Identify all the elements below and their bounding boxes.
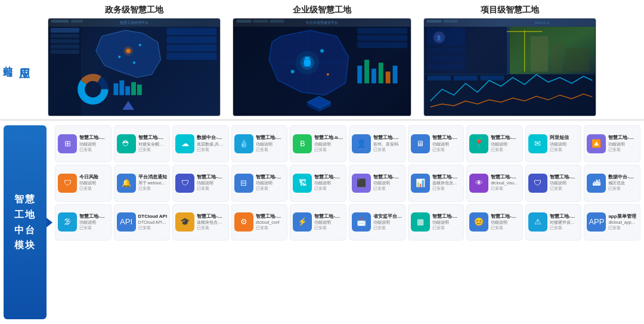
module-desc-m29: 对接硬件设备进行预警 bbox=[550, 220, 579, 225]
module-name-m8: 智慧工地-自查自纠 bbox=[491, 135, 520, 141]
module-name-m10: 智慧工地-升降机 bbox=[608, 135, 637, 141]
module-name-m9: 阿里短信 bbox=[550, 135, 579, 141]
svg-point-16 bbox=[133, 61, 135, 64]
module-name-m7: 智慧工地-视频分析 bbox=[432, 135, 462, 141]
svg-rect-53 bbox=[379, 63, 383, 84]
module-card-m26[interactable]: 📩省安监平台数据转发功能说明已安装 bbox=[349, 204, 405, 241]
module-card-m19[interactable]: 🛡智慧工地-劳科平台功能说明已安装 bbox=[525, 165, 582, 202]
label-line1: 应用 bbox=[17, 58, 32, 61]
module-card-m8[interactable]: 📍智慧工地-自查自纠功能说明已安装 bbox=[466, 125, 523, 162]
module-status-m27: 已安装 bbox=[432, 225, 462, 231]
module-name-m15: 智慧工地-塔机 bbox=[314, 174, 343, 180]
gov-title: 政务级智慧工地 bbox=[105, 5, 163, 16]
module-info-m20: 数据中台-城市城区信息城区信息已安装 bbox=[608, 174, 637, 192]
module-card-m4[interactable]: 💧智慧工地-水表功能说明已安装 bbox=[231, 125, 288, 162]
module-info-m18: 智慧工地-数据可视化dtcloud_visualization已安装 bbox=[491, 174, 520, 192]
gov-screenshot: 智慧工地管理平台 bbox=[48, 18, 221, 116]
module-card-m21[interactable]: 🌫智慧工地-扬尘功能说明已安装 bbox=[55, 204, 112, 241]
module-icon-m4: 💧 bbox=[234, 134, 253, 153]
module-desc-m11: 功能说明 bbox=[79, 180, 109, 186]
module-card-m10[interactable]: 🔼智慧工地-升降机功能说明已安装 bbox=[584, 125, 640, 162]
module-status-m30: 已安装 bbox=[608, 225, 637, 231]
module-card-m9[interactable]: ✉阿里短信功能说明已安装 bbox=[525, 125, 582, 162]
svg-rect-47 bbox=[357, 28, 407, 34]
svg-rect-9 bbox=[51, 50, 79, 54]
module-card-m5[interactable]: B智慧工地-bimface功能说明已安装 bbox=[290, 125, 346, 162]
module-info-m14: 智慧工地-临边防护功能说明已安装 bbox=[256, 174, 285, 192]
module-card-m16[interactable]: ⬛智慧工地-深坑功能说明已安装 bbox=[349, 165, 405, 202]
module-card-m12[interactable]: 🔔平台消息通知用于 websockets已安装 bbox=[114, 165, 171, 202]
module-card-m25[interactable]: ⚡智慧工地-电表功能说明已安装 bbox=[290, 204, 346, 241]
module-card-m6[interactable]: 👤智慧工地-苏安码苏州、苏安码已安装 bbox=[349, 125, 405, 162]
module-name-m1: 智慧工地-设备维保 bbox=[79, 135, 109, 141]
module-desc-m24: dtcloud_conf bbox=[256, 220, 285, 225]
module-info-m17: 智慧工地-项目管理选模块包含：人员实管、报警等已安装 bbox=[432, 174, 462, 192]
module-name-m25: 智慧工地-电表 bbox=[314, 214, 343, 220]
module-status-m11: 已安装 bbox=[79, 186, 109, 192]
module-info-m15: 智慧工地-塔机功能说明已安装 bbox=[314, 174, 343, 192]
svg-rect-17 bbox=[166, 28, 216, 35]
module-status-m9: 已安装 bbox=[550, 147, 579, 153]
module-card-m3[interactable]: ☁数据中台-天气底层数据,共用权限已安装 bbox=[172, 125, 229, 162]
module-card-m18[interactable]: 👁智慧工地-数据可视化dtcloud_visualization已安装 bbox=[466, 165, 523, 202]
module-status-m4: 已安装 bbox=[256, 147, 285, 153]
svg-rect-19 bbox=[166, 44, 216, 51]
module-card-m15[interactable]: 🏗智慧工地-塔机功能说明已安装 bbox=[290, 165, 346, 202]
module-desc-m15: 功能说明 bbox=[314, 180, 343, 186]
project-screenshot: 2023-11-11 bbox=[423, 18, 596, 116]
module-card-m24[interactable]: ⚙智慧工地-项目数据初始化dtcloud_conf已安装 bbox=[231, 204, 288, 241]
module-card-m17[interactable]: 📊智慧工地-项目管理选模块包含：人员实管、报警等已安装 bbox=[408, 165, 465, 202]
module-info-m22: DTCloud APIDTCloud API,REST A...已安装 bbox=[138, 214, 168, 231]
module-name-m13: 智慧工地-塔盾 bbox=[197, 174, 226, 180]
module-info-m1: 智慧工地-设备维保功能说明已安装 bbox=[79, 135, 109, 152]
module-name-m24: 智慧工地-项目数据初始化 bbox=[256, 214, 285, 220]
module-icon-m16: ⬛ bbox=[352, 174, 371, 193]
bottom-left-label: 智慧工地中台模块 bbox=[4, 125, 47, 319]
module-desc-m16: 功能说明 bbox=[373, 180, 402, 186]
module-info-m11: 今日风险功能说明已安装 bbox=[79, 174, 109, 192]
bottom-label-text: 智慧工地中台模块 bbox=[14, 192, 36, 252]
module-icon-m10: 🔼 bbox=[587, 134, 606, 153]
svg-point-14 bbox=[139, 44, 141, 46]
svg-rect-27 bbox=[131, 82, 136, 95]
module-desc-m10: 功能说明 bbox=[608, 141, 637, 147]
module-info-m26: 省安监平台数据转发功能说明已安装 bbox=[373, 214, 402, 231]
left-section-label: 应用 前端 bbox=[0, 0, 33, 119]
module-card-m29[interactable]: ⚠智慧工地-预警中心对接硬件设备进行预警已安装 bbox=[525, 204, 582, 241]
module-status-m6: 已安装 bbox=[373, 147, 402, 153]
module-card-m27[interactable]: ▦智慧工地-高支模功能说明已安装 bbox=[408, 204, 465, 241]
project-title: 项目级智慧工地 bbox=[481, 5, 539, 16]
module-info-m30: app菜单管理dtcloud_app_frontee已安装 bbox=[608, 214, 637, 231]
svg-rect-71 bbox=[427, 28, 465, 46]
module-card-m28[interactable]: 😊智慧工地-人脸识别功能说明已安装 bbox=[466, 204, 523, 241]
module-card-m23[interactable]: 🎓智慧工地-安全教育该模块包含：安全教...已安装 bbox=[172, 204, 229, 241]
module-card-m22[interactable]: APIDTCloud APIDTCloud API,REST A...已安装 bbox=[114, 204, 171, 241]
module-desc-m22: DTCloud API,REST A... bbox=[138, 220, 168, 225]
module-desc-m25: 功能说明 bbox=[314, 220, 343, 225]
module-status-m3: 已安装 bbox=[197, 147, 226, 153]
module-name-m17: 智慧工地-项目管理 bbox=[432, 174, 462, 180]
module-icon-m18: 👁 bbox=[469, 174, 488, 193]
module-info-m13: 智慧工地-塔盾功能说明已安装 bbox=[197, 174, 226, 192]
enterprise-title: 企业级智慧工地 bbox=[293, 5, 351, 16]
module-info-m25: 智慧工地-电表功能说明已安装 bbox=[314, 214, 343, 231]
module-card-m1[interactable]: ⊞智慧工地-设备维保功能说明已安装 bbox=[55, 125, 112, 162]
module-card-m30[interactable]: APPapp菜单管理dtcloud_app_frontee已安装 bbox=[584, 204, 640, 241]
module-status-m28: 已安装 bbox=[491, 225, 520, 231]
module-card-m13[interactable]: 🛡智慧工地-塔盾功能说明已安装 bbox=[172, 165, 229, 202]
module-icon-m23: 🎓 bbox=[175, 212, 194, 232]
module-info-m5: 智慧工地-bimface功能说明已安装 bbox=[314, 135, 343, 152]
svg-rect-7 bbox=[51, 39, 79, 44]
module-icon-m1: ⊞ bbox=[58, 134, 77, 153]
module-card-m20[interactable]: 🏙数据中台-城市城区信息城区信息已安装 bbox=[584, 165, 640, 202]
module-icon-m28: 😊 bbox=[469, 212, 488, 232]
module-card-m11[interactable]: 🛡今日风险功能说明已安装 bbox=[55, 165, 112, 202]
enterprise-screenshot: 中亿丰智慧建管平台 bbox=[233, 18, 411, 116]
module-info-m29: 智慧工地-预警中心对接硬件设备进行预警已安装 bbox=[550, 214, 579, 231]
module-icon-m30: APP bbox=[587, 212, 606, 232]
module-card-m14[interactable]: ⊟智慧工地-临边防护功能说明已安装 bbox=[231, 165, 288, 202]
module-icon-m17: 📊 bbox=[411, 174, 430, 193]
module-card-m7[interactable]: 🖥智慧工地-视频分析功能说明已安装 bbox=[408, 125, 465, 162]
module-card-m2[interactable]: ⛑智慧工地-安全帽对接安全帽数据已安装 bbox=[114, 125, 171, 162]
module-desc-m17: 选模块包含：人员实管、报警等 bbox=[432, 180, 462, 186]
